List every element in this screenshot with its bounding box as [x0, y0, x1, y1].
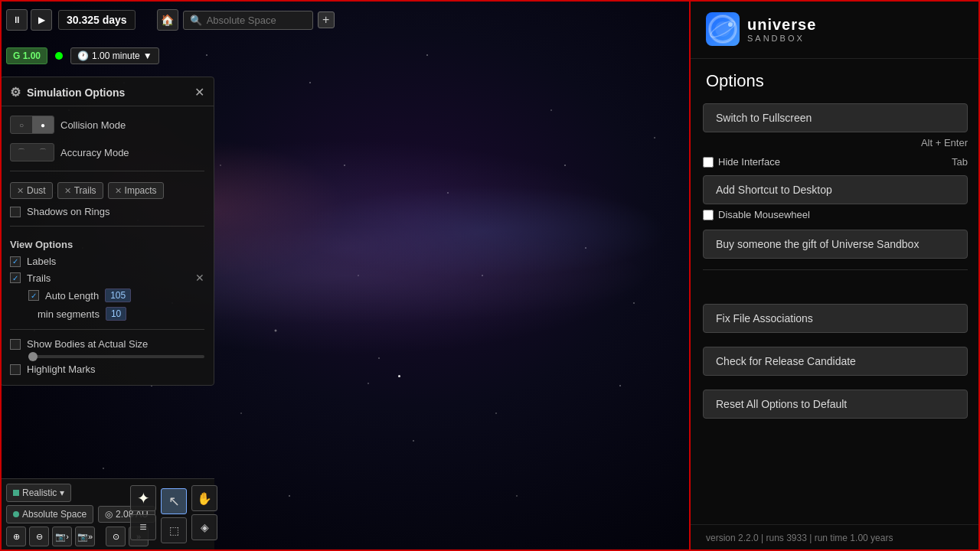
hand-button[interactable]: ✋: [191, 485, 217, 511]
version-text: version 2.2.0: [706, 533, 759, 543]
spacer-2: [691, 337, 980, 342]
realistic-label: Realistic: [22, 487, 57, 498]
add-shortcut-button[interactable]: Add Shortcut to Desktop: [703, 175, 968, 204]
min-segments-label: min segments: [38, 308, 100, 320]
hide-interface-checkbox[interactable]: [703, 157, 714, 168]
collision-mode-off[interactable]: ○: [11, 116, 32, 133]
panel-header: ⚙ Simulation Options ✕: [1, 85, 214, 106]
fix-associations-button[interactable]: Fix File Associations: [703, 304, 968, 333]
select-button[interactable]: ⬚: [161, 517, 187, 543]
logo-svg: [706, 12, 740, 46]
separator-3: [10, 329, 204, 330]
hide-interface-row: Hide Interface Tab: [691, 153, 980, 171]
fullscreen-row: Alt + Enter: [691, 137, 980, 153]
highlight-marks-checkbox[interactable]: [10, 364, 21, 375]
right-separator-1: [703, 269, 968, 270]
fullscreen-button[interactable]: Switch to Fullscreen: [703, 103, 968, 132]
highlight-marks-row: Highlight Marks: [1, 361, 214, 377]
check-candidate-button[interactable]: Check for Release Candidate: [703, 347, 968, 376]
speed-badge[interactable]: G 1.00: [6, 47, 47, 64]
svg-point-2: [708, 18, 737, 40]
svg-point-3: [728, 22, 733, 27]
camera-fast-button[interactable]: 📷»: [75, 527, 95, 546]
runs-text: runs 3933: [766, 533, 807, 543]
svg-point-0: [709, 15, 737, 43]
collision-mode-label: Collision Mode: [60, 119, 126, 131]
extra-button[interactable]: ◈: [191, 514, 217, 540]
spacer-3: [691, 380, 980, 385]
time-step-dropdown-icon: ▼: [143, 51, 152, 61]
toolbar-column-2: ↖ ⬚: [161, 488, 187, 543]
time-step[interactable]: 🕐 1.00 minute ▼: [70, 47, 159, 64]
absolute-space-display[interactable]: Absolute Space: [6, 505, 93, 523]
disable-mousewheel-checkbox[interactable]: [703, 210, 714, 220]
size-slider[interactable]: [28, 355, 204, 358]
au-icon: ◎: [105, 509, 113, 520]
target-button[interactable]: ⊙: [106, 527, 126, 546]
star-cluster: [368, 383, 369, 384]
status-dot: [55, 52, 63, 60]
labels-checkbox[interactable]: [10, 256, 21, 267]
dust-x-icon: ✕: [17, 186, 24, 196]
realistic-dot: [13, 490, 19, 496]
home-icon: 🏠: [161, 14, 174, 26]
collision-mode-toggle[interactable]: ○ ●: [10, 116, 54, 134]
dust-chip[interactable]: ✕ Dust: [10, 182, 53, 199]
right-panel: universe SANDBOX Options Switch to Fulls…: [689, 0, 980, 551]
shadows-checkbox[interactable]: [10, 207, 21, 217]
star-cluster: [398, 375, 400, 377]
shadows-label: Shadows on Rings: [27, 206, 109, 217]
highlight-marks-label: Highlight Marks: [27, 364, 96, 375]
accuracy-mode-off[interactable]: ⌒: [11, 144, 32, 161]
trails-label: Trails: [74, 185, 96, 196]
clock-icon: 🕐: [77, 51, 89, 61]
show-bodies-checkbox[interactable]: [10, 339, 21, 350]
zoom-out-button[interactable]: ⊖: [29, 527, 49, 546]
home-button[interactable]: 🏠: [157, 9, 178, 31]
search-input[interactable]: [207, 15, 306, 26]
hide-interface-checkbox-row: Hide Interface: [703, 156, 780, 168]
trails-checkbox[interactable]: [10, 272, 21, 283]
trails-chip[interactable]: ✕ Trails: [57, 182, 103, 199]
accuracy-mode-on[interactable]: ⌒: [32, 144, 54, 161]
svg-point-1: [715, 21, 730, 37]
min-segments-value[interactable]: 10: [106, 307, 126, 321]
cursor-button[interactable]: ↖: [161, 488, 187, 514]
bottom-toolbar: ✦ ≡ ↖ ⬚ ✋ ◈: [130, 485, 217, 543]
sun-button[interactable]: ✦: [130, 485, 156, 511]
playback-controls: ⏸ ▶ 30.325 days: [0, 5, 142, 35]
search-bar[interactable]: 🔍: [183, 11, 313, 30]
logo-name: universe: [747, 16, 816, 34]
pause-button[interactable]: ⏸: [6, 9, 28, 31]
play-button[interactable]: ▶: [31, 9, 52, 31]
show-bodies-row: Show Bodies at Actual Size: [1, 336, 214, 352]
camera-right-button[interactable]: 📷›: [52, 527, 72, 546]
accuracy-mode-row: ⌒ ⌒ Accuracy Mode: [1, 140, 214, 165]
toolbar-column-3: ✋ ◈: [191, 485, 217, 543]
panel-title-text: Simulation Options: [27, 86, 125, 99]
time-display: 30.325 days: [58, 10, 136, 30]
logo-text: universe SANDBOX: [747, 16, 816, 43]
labels-row: Labels: [1, 253, 214, 269]
auto-length-checkbox[interactable]: [28, 290, 39, 301]
reset-options-button[interactable]: Reset All Options to Default: [703, 390, 968, 419]
buy-gift-button[interactable]: Buy someone the gift of Universe Sandbox: [703, 230, 968, 259]
gear-icon: ⚙: [10, 85, 21, 99]
impacts-chip[interactable]: ✕ Impacts: [108, 182, 164, 199]
min-segments-row: min segments 10: [1, 305, 214, 323]
collision-mode-on[interactable]: ●: [32, 116, 54, 133]
toolbar-column: ✦ ≡: [130, 485, 156, 543]
close-panel-button[interactable]: ✕: [194, 85, 204, 99]
slider-thumb[interactable]: [28, 352, 38, 361]
accuracy-mode-toggle[interactable]: ⌒ ⌒: [10, 143, 54, 161]
auto-length-label: Auto Length: [45, 290, 99, 302]
zoom-in-button[interactable]: ⊕: [6, 527, 26, 546]
zoom-controls: ⊕ ⊖ 📷› 📷»: [6, 527, 95, 546]
bars-button[interactable]: ≡: [130, 514, 156, 540]
hide-interface-label: Hide Interface: [718, 156, 780, 168]
add-button[interactable]: +: [318, 11, 335, 28]
realistic-dropdown[interactable]: Realistic ▾: [6, 484, 71, 502]
auto-length-value[interactable]: 105: [105, 289, 131, 302]
left-panel: ⚙ Simulation Options ✕ ○ ● Collision Mod…: [0, 77, 214, 386]
trails-expand-icon[interactable]: ✕: [195, 272, 204, 284]
